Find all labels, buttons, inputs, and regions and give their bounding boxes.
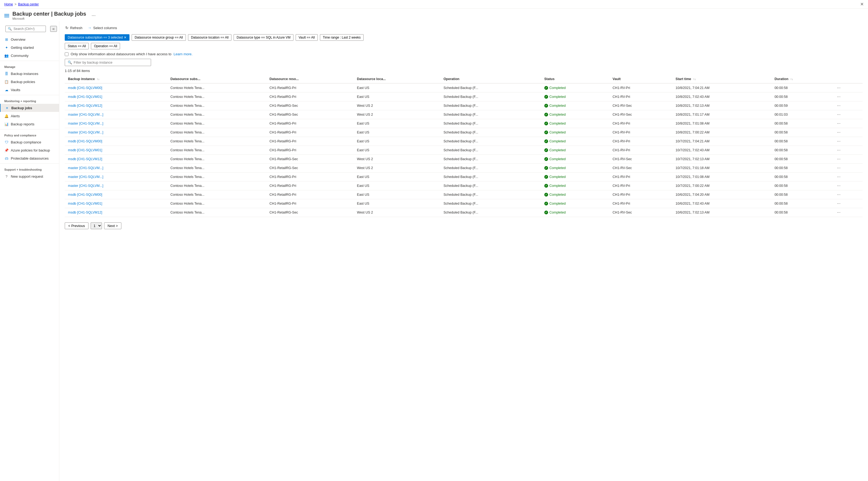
cell-datasource-reso: CH1-RetailRG-Sec	[266, 208, 353, 217]
filter-chip-datasource-subscription[interactable]: Datasource subscription == 3 selected ✕	[65, 34, 129, 41]
row-more-button[interactable]: ···	[836, 148, 842, 153]
sidebar-item-backup-policies[interactable]: 📋 Backup policies	[0, 78, 59, 86]
row-more-button[interactable]: ···	[836, 157, 842, 161]
cell-backup-instance: master [CH1-SQLVM...]	[65, 164, 167, 172]
col-header-duration[interactable]: Duration ↑↓	[771, 75, 832, 83]
filter-chip-operation[interactable]: Operation == All	[91, 43, 120, 49]
table-row[interactable]: master [CH1-SQLVM...] Contoso Hotels Ten…	[65, 119, 863, 128]
sidebar-item-backup-jobs[interactable]: ≡ Backup jobs	[0, 104, 59, 112]
row-more-button[interactable]: ···	[836, 86, 842, 90]
sidebar-item-vaults[interactable]: ☁ Vaults	[0, 86, 59, 94]
cell-more-actions[interactable]: ···	[833, 110, 863, 119]
row-more-button[interactable]: ···	[836, 183, 842, 188]
cell-more-actions[interactable]: ···	[833, 119, 863, 128]
cell-more-actions[interactable]: ···	[833, 83, 863, 93]
row-more-button[interactable]: ···	[836, 121, 842, 126]
status-completed-icon	[544, 122, 548, 125]
sidebar-item-backup-instances[interactable]: 🗄 Backup instances	[0, 70, 59, 78]
refresh-button[interactable]: ↻ Refresh	[65, 25, 83, 31]
sidebar-item-backup-compliance[interactable]: 🛡 Backup compliance	[0, 138, 59, 146]
table-row[interactable]: msdb [CH1-SQLVM01] Contoso Hotels Tena..…	[65, 199, 863, 208]
table-row[interactable]: msdb [CH1-SQLVM12] Contoso Hotels Tena..…	[65, 101, 863, 110]
table-row[interactable]: msdb [CH1-SQLVM01] Contoso Hotels Tena..…	[65, 93, 863, 101]
sidebar-item-new-support[interactable]: ? New support request	[0, 172, 59, 181]
sidebar-item-backup-reports[interactable]: 📊 Backup reports	[0, 120, 59, 128]
breadcrumb-current[interactable]: Backup center	[18, 2, 39, 6]
row-more-button[interactable]: ···	[836, 192, 842, 197]
sort-icon-backup-instance[interactable]: ↑↓	[97, 78, 99, 81]
col-header-start-time[interactable]: Start time ↑↓	[673, 75, 771, 83]
cell-more-actions[interactable]: ···	[833, 146, 863, 155]
sidebar-item-alerts[interactable]: 🔔 Alerts	[0, 112, 59, 120]
status-completed-icon	[544, 166, 548, 170]
cell-vault: CH1-RV-Pri	[609, 199, 672, 208]
table-row[interactable]: master [CH1-SQLVM...] Contoso Hotels Ten…	[65, 110, 863, 119]
cell-more-actions[interactable]: ···	[833, 137, 863, 146]
col-header-backup-instance[interactable]: Backup instance ↑↓	[65, 75, 167, 83]
table-row[interactable]: master [CH1-SQLVM...] Contoso Hotels Ten…	[65, 172, 863, 182]
row-more-button[interactable]: ···	[836, 174, 842, 179]
hamburger-icon[interactable]	[4, 14, 9, 17]
sidebar-search-box[interactable]: 🔍	[5, 26, 46, 32]
page-select[interactable]: 1 2 3 4 5 6	[91, 222, 102, 229]
cell-vault: CH1-RV-Pri	[609, 190, 672, 199]
table-row[interactable]: msdb [CH1-SQLVM00] Contoso Hotels Tena..…	[65, 83, 863, 93]
row-more-button[interactable]: ···	[836, 112, 842, 117]
filter-chip-datasource-type[interactable]: Datasource type == SQL in Azure VM	[234, 34, 293, 41]
table-row[interactable]: msdb [CH1-SQLVM01] Contoso Hotels Tena..…	[65, 146, 863, 155]
row-more-button[interactable]: ···	[836, 103, 842, 108]
cell-more-actions[interactable]: ···	[833, 199, 863, 208]
table-row[interactable]: master [CH1-SQLVM...] Contoso Hotels Ten…	[65, 164, 863, 172]
cell-more-actions[interactable]: ···	[833, 155, 863, 164]
cell-more-actions[interactable]: ···	[833, 182, 863, 190]
filter-chip-time-range[interactable]: Time range : Last 2 weeks	[320, 34, 364, 41]
filter-search-box[interactable]: 🔍	[65, 59, 151, 66]
sidebar-item-overview[interactable]: ⊞ Overview	[0, 35, 59, 43]
cell-operation: Scheduled Backup (F...	[440, 93, 541, 101]
learn-more-link[interactable]: Learn more.	[174, 52, 193, 56]
more-options-icon[interactable]: ···	[91, 13, 95, 18]
table-row[interactable]: master [CH1-SQLVM...] Contoso Hotels Ten…	[65, 182, 863, 190]
previous-page-button[interactable]: < Previous	[65, 222, 89, 229]
cell-more-actions[interactable]: ···	[833, 101, 863, 110]
cell-more-actions[interactable]: ···	[833, 164, 863, 172]
filter-chip-vault[interactable]: Vault == All	[296, 34, 318, 41]
sort-icon-start-time[interactable]: ↑↓	[693, 78, 696, 81]
table-row[interactable]: msdb [CH1-SQLVM00] Contoso Hotels Tena..…	[65, 137, 863, 146]
cell-more-actions[interactable]: ···	[833, 93, 863, 101]
cell-more-actions[interactable]: ···	[833, 128, 863, 137]
filter-chip-status[interactable]: Status == All	[65, 43, 89, 49]
cell-more-actions[interactable]: ···	[833, 208, 863, 217]
next-page-button[interactable]: Next >	[104, 222, 121, 229]
filter-chip-datasource-location[interactable]: Datasource location == All	[188, 34, 231, 41]
sidebar-item-getting-started[interactable]: ✦ Getting started	[0, 43, 59, 52]
access-checkbox[interactable]	[65, 52, 68, 56]
filter-chip-datasource-resource-group[interactable]: Datasource resource group == All	[132, 34, 186, 41]
cell-datasource-loca: East US	[353, 146, 440, 155]
table-row[interactable]: master [CH1-SQLVM...] Contoso Hotels Ten…	[65, 128, 863, 137]
sidebar-collapse-button[interactable]: «	[50, 26, 57, 32]
top-bar: Home > Backup center ✕	[0, 0, 868, 9]
cell-more-actions[interactable]: ···	[833, 172, 863, 182]
filter-search-input[interactable]	[74, 60, 148, 64]
sidebar-item-community[interactable]: 👥 Community	[0, 52, 59, 60]
table-row[interactable]: msdb [CH1-SQLVM00] Contoso Hotels Tena..…	[65, 190, 863, 199]
table-row[interactable]: msdb [CH1-SQLVM12] Contoso Hotels Tena..…	[65, 208, 863, 217]
row-more-button[interactable]: ···	[836, 165, 842, 170]
breadcrumb-home[interactable]: Home	[4, 2, 13, 6]
alerts-icon: 🔔	[4, 114, 9, 118]
sort-icon-duration[interactable]: ↑↓	[790, 78, 793, 81]
sidebar-item-protectable-datasources[interactable]: 🗃 Protectable datasources	[0, 154, 59, 162]
cell-more-actions[interactable]: ···	[833, 190, 863, 199]
row-more-button[interactable]: ···	[836, 201, 842, 206]
sidebar-search-input[interactable]	[13, 27, 43, 31]
select-columns-button[interactable]: → Select columns	[87, 25, 118, 31]
sidebar-item-azure-policies[interactable]: 📌 Azure policies for backup	[0, 146, 59, 154]
row-more-button[interactable]: ···	[836, 210, 842, 215]
row-more-button[interactable]: ···	[836, 139, 842, 144]
row-more-button[interactable]: ···	[836, 130, 842, 135]
close-button[interactable]: ✕	[860, 2, 864, 7]
table-row[interactable]: msdb [CH1-SQLVM12] Contoso Hotels Tena..…	[65, 155, 863, 164]
cell-datasource-subs: Contoso Hotels Tena...	[167, 172, 266, 182]
row-more-button[interactable]: ···	[836, 94, 842, 99]
